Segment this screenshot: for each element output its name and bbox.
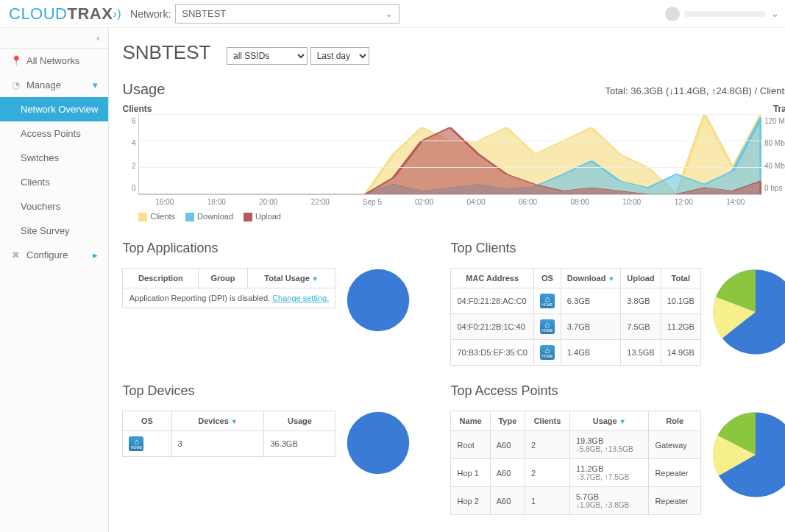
sidebar-item-configure[interactable]: ✖ Configure ▸: [0, 243, 108, 267]
sidebar-item-switches[interactable]: Switches: [0, 146, 108, 170]
wrench-icon: ✖: [10, 249, 21, 260]
usage-chart: 6420 120 Mbps80 Mbps40 Mbps0 bps: [122, 114, 785, 195]
top-clients-table: MAC Address OS Download▼ Upload Total 04…: [450, 268, 701, 366]
usage-svg: [139, 114, 761, 194]
page-title: SNBTEST: [122, 41, 210, 64]
table-row[interactable]: RootA60219.3GB↓5.8GB, ↑13.5GBGateway: [451, 431, 701, 459]
col-name[interactable]: Name: [451, 411, 490, 431]
col-devices[interactable]: Devices▼: [171, 411, 264, 431]
top-apps-table: Description Group Total Usage▼ Applicati…: [122, 268, 335, 308]
top-devices-table: OS Devices▼ Usage 3 36.3GB: [122, 411, 335, 457]
table-row[interactable]: 3 36.3GB: [123, 431, 335, 457]
pin-icon: 📍: [10, 55, 21, 66]
account-menu[interactable]: ⌄: [665, 7, 779, 21]
top-bar: CLOUDTRAX›) Network: SNBTEST ⌄ ⌄: [0, 0, 785, 28]
sidebar-item-access-points[interactable]: Access Points: [0, 121, 108, 146]
os-home-icon: [540, 319, 555, 334]
col-total-usage[interactable]: Total Usage▼: [247, 269, 335, 288]
brand-logo: CLOUDTRAX›): [9, 4, 121, 24]
col-download[interactable]: Download▼: [561, 269, 620, 288]
sort-icon: ▼: [312, 275, 319, 283]
legend-swatch-download: [185, 213, 194, 221]
legend-label: Upload: [255, 212, 281, 221]
table-row[interactable]: 70:B3:D5:EF:35:C01.4GB13.5GB14.9GB: [451, 340, 701, 366]
top-aps-pie: [711, 411, 785, 499]
table-row[interactable]: Hop 1A60211.2GB↓3.7GB, ↑7.5GBRepeater: [451, 459, 701, 487]
avatar: [665, 7, 680, 21]
dpi-disabled-text: Application Reporting (DPI) is disabled.: [129, 294, 272, 302]
sidebar-item-label: Manage: [26, 79, 61, 91]
legend-swatch-upload: [244, 213, 252, 221]
usage-title: Usage: [122, 81, 165, 98]
time-range-select[interactable]: Last day: [310, 47, 369, 65]
col-group[interactable]: Group: [199, 269, 247, 288]
top-apps-pie: [346, 268, 411, 333]
ssid-select[interactable]: all SSIDs: [227, 47, 308, 65]
x-axis: 16:0018:0020:0022:00Sep 502:0004:0006:00…: [138, 195, 761, 206]
account-name-redacted: [684, 11, 765, 17]
y-axis-right: 120 Mbps80 Mbps40 Mbps0 bps: [761, 114, 785, 195]
chevron-down-icon: ⌄: [771, 8, 779, 19]
top-devices-pie: [346, 411, 411, 475]
col-type[interactable]: Type: [490, 411, 525, 431]
wifi-icon: ›): [113, 7, 121, 20]
col-upload[interactable]: Upload: [621, 269, 661, 288]
sidebar-item-label: Clients: [21, 177, 50, 188]
sidebar-item-network-overview[interactable]: Network Overview: [0, 97, 108, 121]
os-home-icon: [540, 345, 555, 360]
gauge-icon: ◔: [10, 79, 21, 91]
sidebar-item-clients[interactable]: Clients: [0, 170, 108, 194]
legend-label: Download: [197, 212, 233, 221]
col-description[interactable]: Description: [123, 269, 199, 288]
change-setting-link[interactable]: Change setting.: [272, 294, 329, 302]
svg-point-3: [347, 269, 409, 331]
chart-legend: Clients Download Upload: [138, 212, 785, 221]
os-home-icon: [540, 294, 555, 308]
col-os[interactable]: OS: [533, 269, 561, 288]
col-usage[interactable]: Usage: [264, 411, 335, 431]
panel-top-clients: Top Clients MAC Address OS Download▼ Upl…: [450, 241, 785, 366]
sidebar-item-all-networks[interactable]: 📍 All Networks: [0, 49, 108, 73]
sidebar-collapse[interactable]: ‹: [0, 28, 108, 49]
sidebar-item-label: All Networks: [26, 55, 79, 66]
sidebar-item-label: Site Survey: [21, 225, 69, 236]
sidebar-item-label: Switches: [21, 152, 59, 163]
brand-cloud: CLOUD: [9, 4, 68, 23]
panel-title: Top Clients: [450, 241, 785, 256]
sidebar-item-label: Vouchers: [21, 201, 60, 212]
y-axis-left: 6420: [122, 114, 138, 195]
sort-icon: ▼: [231, 418, 238, 425]
traffic-axis-label: Traffic: [773, 104, 785, 114]
col-usage[interactable]: Usage▼: [569, 411, 648, 431]
top-clients-pie: [711, 268, 785, 356]
page-header: SNBTEST all SSIDs Last day: [122, 41, 785, 65]
panel-title: Top Applications: [122, 241, 438, 256]
chevron-left-icon: ‹: [96, 32, 99, 43]
col-mac[interactable]: MAC Address: [451, 269, 533, 288]
legend-label: Clients: [150, 212, 175, 221]
col-total[interactable]: Total: [661, 269, 700, 288]
network-label: Network:: [130, 8, 171, 20]
sidebar-item-vouchers[interactable]: Vouchers: [0, 194, 108, 219]
legend-swatch-clients: [138, 213, 147, 221]
col-os[interactable]: OS: [123, 411, 171, 431]
sidebar-item-site-survey[interactable]: Site Survey: [0, 219, 108, 243]
table-row[interactable]: 04:F0:21:2B:1C:403.7GB7.5GB11.2GB: [451, 314, 701, 340]
chevron-right-icon: ▸: [93, 249, 98, 260]
top-aps-table: Name Type Clients Usage▼ Role RootA60219…: [450, 411, 701, 515]
sort-icon: ▼: [619, 418, 626, 425]
table-row[interactable]: Hop 2A6015.7GB↓1.9GB, ↑3.8GBRepeater: [451, 487, 701, 515]
panel-top-access-points: Top Access Points Name Type Clients Usag…: [450, 383, 785, 515]
clients-axis-label: Clients: [122, 104, 152, 114]
sidebar-item-manage[interactable]: ◔ Manage ▾: [0, 73, 108, 97]
network-select[interactable]: SNBTEST ⌄: [175, 4, 399, 24]
chevron-down-icon: ⌄: [385, 8, 393, 19]
sort-icon: ▼: [608, 275, 614, 283]
sidebar-item-label: Network Overview: [21, 104, 98, 115]
table-row[interactable]: 04:F0:21:28:AC:C06.3GB3.8GB10.1GB: [451, 288, 701, 314]
panel-title: Top Access Points: [450, 383, 785, 399]
main-content: SNBTEST all SSIDs Last day Usage Total: …: [109, 28, 785, 532]
brand-trax: TRAX: [68, 4, 113, 23]
col-clients[interactable]: Clients: [525, 411, 570, 431]
col-role[interactable]: Role: [649, 411, 701, 431]
